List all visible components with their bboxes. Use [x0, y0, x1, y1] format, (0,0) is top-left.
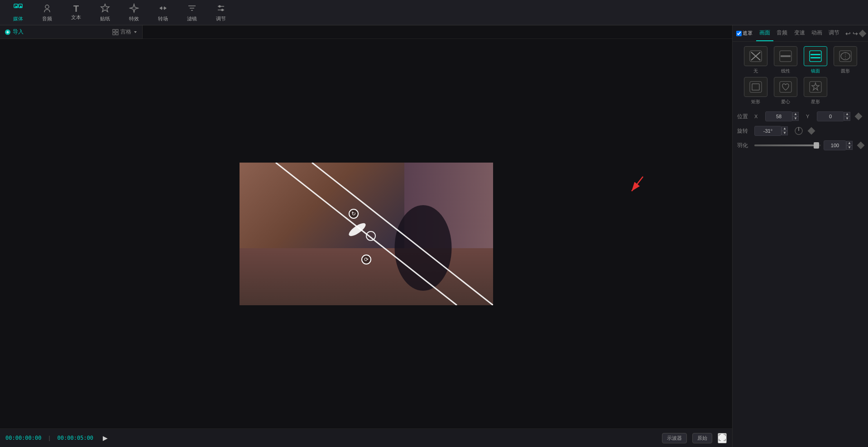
mask-mirror-label: 镜面	[811, 68, 820, 74]
svg-rect-17	[113, 29, 115, 32]
pos-x-label: X	[754, 114, 762, 119]
mask-rect-label: 矩形	[751, 99, 760, 105]
right-undo[interactable]: ↩	[845, 30, 851, 37]
right-panel-tabs: 遮罩 画面 音频 变速 动画 调节 ↩ ↪	[733, 25, 868, 42]
preview-video: ↻ ⟳	[240, 163, 493, 305]
tab-speed[interactable]: 变速	[791, 25, 808, 41]
rotation-up[interactable]: ▲	[782, 126, 788, 131]
mask-none[interactable]: 无	[742, 46, 769, 74]
svg-line-24	[312, 163, 493, 305]
tab-adjust[interactable]: 调节	[825, 25, 843, 41]
mask-star[interactable]: 星形	[802, 77, 829, 105]
sticker-icon	[100, 3, 110, 14]
rotation-down[interactable]: ▼	[782, 131, 788, 135]
mask-rect[interactable]: 矩形	[742, 77, 769, 105]
svg-rect-33	[810, 51, 821, 62]
feather-row: 羽化 ▲ ▼	[737, 140, 863, 150]
svg-rect-35	[810, 57, 820, 58]
pos-x-down[interactable]: ▼	[792, 116, 799, 121]
mask-shapes-row1: 无 线性 镜面 圆形	[737, 46, 863, 74]
tab-animation[interactable]: 动画	[808, 25, 825, 41]
svg-rect-40	[752, 84, 759, 90]
toolbar-sticker-label: 贴纸	[100, 15, 110, 22]
feather-keyframe[interactable]	[857, 142, 865, 149]
mask-overlay	[240, 163, 493, 305]
effect-icon	[129, 3, 139, 14]
feather-input[interactable]	[824, 140, 846, 150]
svg-point-26	[366, 231, 375, 240]
feather-slider[interactable]	[754, 144, 821, 146]
fullscreen-button[interactable]	[718, 433, 727, 443]
pos-y-input[interactable]	[817, 111, 844, 121]
pos-keyframe[interactable]	[855, 113, 863, 120]
toolbar-effect-label: 特效	[129, 15, 139, 22]
mask-checkbox[interactable]	[736, 31, 742, 36]
preview-controls: 00:00:00:00 | 00:00:05:00 ▶ 示波器 原始	[0, 428, 732, 447]
pos-y-up[interactable]: ▲	[844, 112, 850, 116]
svg-rect-32	[781, 55, 791, 57]
pos-y-label: Y	[806, 114, 814, 119]
toolbar-media[interactable]: 媒体	[5, 2, 32, 24]
feather-up[interactable]: ▲	[846, 141, 853, 145]
svg-rect-20	[116, 33, 118, 35]
center-panel: 播放器	[0, 25, 732, 447]
svg-marker-21	[134, 31, 137, 33]
svg-marker-43	[812, 83, 819, 90]
right-redo[interactable]: ↪	[853, 30, 858, 37]
svg-rect-34	[810, 54, 820, 55]
feather-handle[interactable]	[814, 142, 819, 149]
toolbar-sticker[interactable]: 贴纸	[91, 2, 119, 24]
svg-marker-5	[101, 4, 109, 12]
rotation-circle[interactable]	[794, 126, 803, 135]
mask-round[interactable]: 圆形	[832, 46, 859, 74]
tab-audio[interactable]: 音频	[773, 25, 791, 41]
svg-rect-41	[780, 82, 791, 92]
rotation-input[interactable]	[754, 126, 782, 136]
right-panel: 遮罩 画面 音频 变速 动画 调节 ↩ ↪	[732, 25, 868, 447]
toolbar-audio[interactable]: 音频	[34, 2, 61, 24]
toolbar-audio-label: 音频	[42, 15, 52, 22]
feather-down[interactable]: ▼	[846, 145, 853, 150]
toolbar-transition[interactable]: 转场	[149, 2, 177, 24]
keyframe-diamond[interactable]	[859, 29, 867, 37]
mask-heart[interactable]: 爱心	[772, 77, 799, 105]
toolbar-filter[interactable]: 滤镜	[178, 2, 206, 24]
right-tabs: 画面 音频 变速 动画 调节	[756, 25, 843, 41]
position-row: 位置 X ▲ ▼ Y ▲ ▼	[737, 111, 863, 121]
toolbar-text[interactable]: T 文本	[62, 2, 90, 24]
rotation-keyframe[interactable]	[808, 127, 815, 135]
waveform-button[interactable]: 示波器	[662, 433, 687, 443]
svg-point-13	[221, 9, 224, 11]
rotation-row: 旋转 ▲ ▼	[737, 126, 863, 136]
mask-handle-rotate[interactable]: ↻	[349, 209, 359, 219]
mask-none-label: 无	[753, 68, 758, 74]
import-button[interactable]: 导入	[5, 28, 24, 36]
mask-linear-label: 线性	[781, 68, 790, 74]
toolbar-media-label: 媒体	[13, 15, 23, 22]
mask-handle-move[interactable]: ⟳	[361, 255, 371, 264]
pos-y-down[interactable]: ▼	[844, 116, 850, 121]
mask-shapes-row2: 矩形 爱心 星形	[737, 77, 863, 105]
pos-x-up[interactable]: ▲	[792, 112, 799, 116]
svg-point-11	[219, 5, 221, 7]
top-toolbar: 媒体 音频 T 文本 贴纸 特效 转场 滤镜 调	[0, 0, 868, 25]
timecode-current: 00:00:00:00	[5, 435, 41, 441]
adjust-icon	[216, 3, 226, 14]
pos-x-input[interactable]	[765, 111, 792, 121]
mask-linear[interactable]: 线性	[772, 46, 799, 74]
original-button[interactable]: 原始	[692, 433, 712, 443]
svg-point-4	[45, 5, 49, 9]
toolbar-text-label: 文本	[71, 14, 81, 21]
audio-icon	[42, 3, 52, 14]
toolbar-effect[interactable]: 特效	[120, 2, 148, 24]
transition-icon	[158, 3, 168, 14]
import-label: 导入	[13, 28, 24, 36]
toolbar-adjust[interactable]: 调节	[207, 2, 235, 24]
view-toggle[interactable]: 宫格	[112, 28, 138, 36]
tab-picture[interactable]: 画面	[756, 25, 773, 41]
play-button[interactable]: ▶	[99, 432, 111, 444]
mask-mirror[interactable]: 镜面	[802, 46, 829, 74]
preview-area: ↻ ⟳	[0, 39, 732, 428]
mask-heart-label: 爱心	[781, 99, 790, 105]
svg-rect-39	[750, 82, 762, 92]
